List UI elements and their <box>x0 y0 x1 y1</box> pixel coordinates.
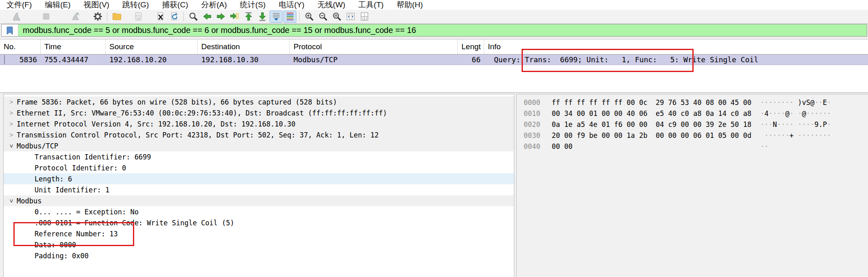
hex-offset: 0030 <box>524 131 552 140</box>
hex-row[interactable]: 0000ff ff ff ff ff ff 00 0c 29 76 53 40 … <box>524 97 868 108</box>
wireshark-window: { "menu": { "items": ["文件(F)", "编辑(E)", … <box>0 0 868 277</box>
detail-row-data[interactable]: Data: 0000 <box>4 239 514 250</box>
expander-collapsed-icon[interactable] <box>6 120 17 128</box>
stop-capture-icon[interactable] <box>32 11 61 23</box>
restart-capture-icon[interactable] <box>61 11 90 23</box>
menu-item-telephony[interactable]: 电话(Y) <box>272 0 311 10</box>
go-back-icon[interactable] <box>200 11 213 23</box>
go-to-top-icon[interactable] <box>242 11 255 23</box>
menu-item-go[interactable]: 跳转(G) <box>116 0 155 10</box>
column-header-destination[interactable]: Destination <box>198 39 290 54</box>
column-header-info[interactable]: Info <box>484 39 868 54</box>
detail-row-length-selected[interactable]: Length: 6 <box>4 173 514 184</box>
auto-scroll-icon[interactable] <box>270 11 283 23</box>
hex-ascii: ·4····@· ·@······ <box>760 109 831 118</box>
go-forward-icon[interactable] <box>214 11 227 23</box>
hex-row[interactable]: 004000 00·· <box>524 141 868 152</box>
packet-row-selected[interactable]: 5836 755.434447 192.168.10.20 192.168.10… <box>0 55 868 65</box>
detail-text: Unit Identifier: 1 <box>35 186 109 194</box>
expander-open-icon[interactable] <box>8 196 15 206</box>
detail-row-exception[interactable]: 0... .... = Exception: No <box>4 206 514 217</box>
detail-row-tcp[interactable]: Transmission Control Protocol, Src Port:… <box>4 129 514 140</box>
expander-open-icon[interactable] <box>8 141 15 151</box>
open-file-icon[interactable] <box>110 11 123 23</box>
expander-collapsed-icon[interactable] <box>6 131 17 139</box>
find-packet-icon[interactable] <box>187 11 200 23</box>
expander-collapsed-icon[interactable] <box>6 109 17 117</box>
column-header-source[interactable]: Source <box>106 39 198 54</box>
layout-icon[interactable]: 123 <box>358 11 371 23</box>
zoom-out-icon[interactable] <box>316 11 329 23</box>
detail-text: Ethernet II, Src: VMware_76:53:40 (00:0c… <box>17 109 387 117</box>
menu-item-edit[interactable]: 编辑(E) <box>38 0 77 10</box>
display-filter-input[interactable]: modbus.func_code == 5 or modbus.func_cod… <box>18 24 867 36</box>
hex-row[interactable]: 003020 00 f9 be 00 00 1a 2b 00 00 00 06 … <box>524 130 868 141</box>
colorize-icon[interactable] <box>283 11 296 23</box>
display-filter-field: modbus.func_code == 5 or modbus.func_cod… <box>1 24 867 37</box>
detail-text: Data: 0000 <box>35 241 76 249</box>
detail-row-frame[interactable]: Frame 5836: Packet, 66 bytes on wire (52… <box>4 96 514 107</box>
column-header-protocol[interactable]: Protocol <box>290 39 458 54</box>
hex-bytes: 0a 1e a5 4e 01 f6 00 00 04 c9 00 00 39 2… <box>552 120 760 129</box>
reload-file-icon[interactable] <box>168 11 181 23</box>
detail-row-unit-id[interactable]: Unit Identifier: 1 <box>4 184 514 195</box>
main-toolbar: 0101123 <box>0 10 868 24</box>
detail-text: 0... .... = Exception: No <box>35 208 139 216</box>
detail-row-modbus[interactable]: Modbus <box>4 195 514 206</box>
go-to-bottom-icon[interactable] <box>256 11 269 23</box>
menu-item-file[interactable]: 文件(F) <box>0 0 38 10</box>
detail-row-modbus-tcp[interactable]: Modbus/TCP <box>4 140 514 151</box>
column-header-no[interactable]: No. <box>0 39 41 54</box>
detail-row-padding[interactable]: Padding: 0x00 <box>4 250 514 261</box>
hex-ascii: ········ )vS@··E· <box>760 98 831 107</box>
detail-row-reference-number[interactable]: Reference Number: 13 <box>4 228 514 239</box>
detail-row-protocol-id[interactable]: Protocol Identifier: 0 <box>4 162 514 173</box>
detail-row-transaction-id[interactable]: Transaction Identifier: 6699 <box>4 151 514 162</box>
menu-item-view[interactable]: 视图(V) <box>77 0 116 10</box>
svg-text:0101: 0101 <box>136 15 141 17</box>
filter-bookmark-icon[interactable] <box>2 24 18 36</box>
capture-options-icon[interactable] <box>91 11 104 23</box>
hex-row[interactable]: 00200a 1e a5 4e 01 f6 00 00 04 c9 00 00 … <box>524 119 868 130</box>
menu-item-wireless[interactable]: 无线(W) <box>311 0 352 10</box>
hex-row[interactable]: 001000 34 00 01 00 00 40 06 e5 40 c0 a8 … <box>524 108 868 119</box>
close-file-icon[interactable] <box>154 11 167 23</box>
hex-ascii: ·· <box>760 142 769 150</box>
menu-item-capture[interactable]: 捕获(C) <box>155 0 194 10</box>
hex-bytes: 20 00 f9 be 00 00 1a 2b 00 00 00 06 01 0… <box>552 131 760 140</box>
menu-item-tools[interactable]: 工具(T) <box>352 0 390 10</box>
expander-collapsed-icon[interactable] <box>6 98 17 106</box>
detail-row-ip[interactable]: Internet Protocol Version 4, Src: 192.16… <box>4 118 514 129</box>
menu-item-analyze[interactable]: 分析(A) <box>195 0 233 10</box>
hex-offset: 0010 <box>524 109 552 118</box>
hex-ascii: ···N···· ····9.P· <box>760 120 831 129</box>
hex-bytes: 00 00 <box>552 142 760 150</box>
zoom-reset-icon[interactable] <box>330 11 343 23</box>
go-to-packet-icon[interactable] <box>228 11 241 23</box>
column-header-length[interactable]: Lengt <box>458 39 484 54</box>
cell-source: 192.168.10.20 <box>106 55 198 64</box>
toolbar-separator <box>107 12 107 22</box>
detail-row-ethernet[interactable]: Ethernet II, Src: VMware_76:53:40 (00:0c… <box>4 107 514 118</box>
packet-list-header: No. Time Source Destination Protocol Len… <box>0 39 868 55</box>
detail-text: Modbus/TCP <box>17 142 58 150</box>
cell-time: 755.434447 <box>41 55 106 64</box>
menu-item-help[interactable]: 帮助(H) <box>390 0 429 10</box>
menu-bar: 文件(F) 编辑(E) 视图(V) 跳转(G) 捕获(C) 分析(A) 统计(S… <box>0 0 868 10</box>
detail-text: Frame 5836: Packet, 66 bytes on wire (52… <box>17 98 337 106</box>
hex-offset: 0000 <box>524 98 552 107</box>
hex-offset: 0020 <box>524 120 552 129</box>
start-capture-icon[interactable] <box>2 11 31 23</box>
svg-text:2: 2 <box>362 17 363 20</box>
resize-columns-icon[interactable] <box>344 11 357 23</box>
detail-row-function-code[interactable]: .000 0101 = Function Code: Write Single … <box>4 217 514 228</box>
column-header-time[interactable]: Time <box>41 39 106 54</box>
toolbar-separator <box>299 12 300 22</box>
cell-info: Query: Trans: 6699; Unit: 1, Func: 5: Wr… <box>484 55 762 64</box>
zoom-in-icon[interactable] <box>302 11 315 23</box>
menu-item-statistics[interactable]: 统计(S) <box>233 0 272 10</box>
filter-bar: modbus.func_code == 5 or modbus.func_cod… <box>0 24 868 37</box>
toolbar-separator <box>183 12 184 22</box>
cell-no: 5836 <box>0 55 41 64</box>
save-file-icon[interactable]: 0101 <box>124 11 153 23</box>
